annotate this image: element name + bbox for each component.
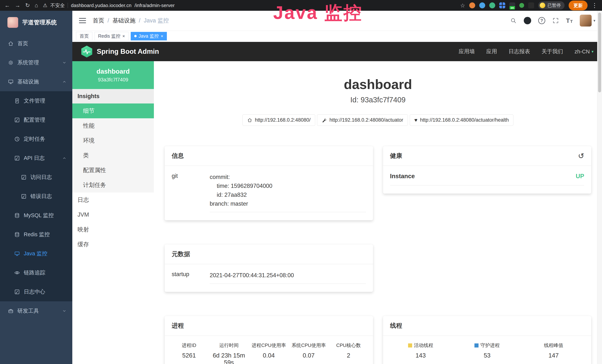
extension-icon[interactable] [528, 2, 534, 8]
sidebar-item-java-monitor[interactable]: Java 监控 [0, 244, 72, 263]
clock-icon [14, 136, 20, 142]
sba-item-details[interactable]: 细节 [72, 104, 154, 118]
caret-down-icon: ▾ [592, 49, 593, 54]
tab-java-monitor[interactable]: Java 监控 × [131, 32, 167, 40]
sba-item-scheduled-tasks[interactable]: 计划任务 [72, 178, 154, 193]
extension-icon[interactable]: on [509, 2, 515, 8]
page-title: dashboard [165, 77, 591, 92]
sba-item-mappings[interactable]: 映射 [72, 222, 154, 237]
info-row-git: git commit: time: 1596289704000 id: 27aa… [172, 173, 366, 212]
sidebar-item-system-management[interactable]: 系统管理 [0, 53, 72, 72]
search-icon[interactable] [510, 17, 517, 24]
chevron-up-icon [62, 156, 67, 161]
sidebar-item-label: API 日志 [24, 154, 58, 162]
extension-icon[interactable] [479, 2, 485, 8]
sba-item-config-props[interactable]: 配置属性 [72, 163, 154, 178]
tab-redis-monitor[interactable]: Redis 监控 × [95, 32, 129, 40]
paused-badge[interactable]: 已暂停 [538, 1, 565, 10]
browser-actions: ☆ on 已暂停 更新 ⋮ [460, 0, 598, 11]
sidebar-item-dev-tools[interactable]: 研发工具 [0, 301, 72, 321]
tab-home[interactable]: 首页 [76, 32, 92, 40]
url-divider [68, 3, 68, 8]
sba-brand-title[interactable]: Spring Boot Admin [97, 48, 159, 55]
sba-item-performance[interactable]: 性能 [72, 118, 154, 133]
sba-nav-about[interactable]: 关于我们 [542, 48, 563, 55]
sidebar-item-label: 基础设施 [17, 78, 58, 86]
breadcrumb-current: Java 监控 [144, 17, 169, 24]
hamburger-icon[interactable] [79, 18, 86, 23]
sidebar-item-file-management[interactable]: 文件管理 [0, 91, 72, 110]
sidebar-item-label: Java 监控 [24, 250, 67, 257]
legend-label: 守护进程 [480, 342, 500, 349]
instance-link-home[interactable]: http://192.168.0.2:48080/ [243, 114, 315, 126]
back-icon[interactable]: ← [4, 3, 10, 8]
sidebar-item-access-logs[interactable]: 访问日志 [0, 168, 72, 187]
sba-item-environment[interactable]: 环境 [72, 133, 154, 148]
extension-icon[interactable] [489, 2, 495, 8]
sba-nav-journal[interactable]: 日志报表 [509, 48, 530, 55]
sidebar-item-mysql-monitor[interactable]: MySQL 监控 [0, 206, 72, 225]
stat-header: CPU核心数 [329, 342, 368, 349]
user-menu[interactable]: ▾ [580, 15, 595, 27]
sidebar-item-config-management[interactable]: 配置管理 [0, 110, 72, 129]
sba-item-jvm[interactable]: JVM [72, 207, 154, 222]
app-logo[interactable]: 芋道管理系统 [0, 11, 72, 34]
scrollbar-thumb[interactable] [598, 13, 601, 92]
extension-on-badge: on [509, 6, 515, 10]
close-icon[interactable]: × [161, 34, 163, 38]
sidebar-item-scheduled-tasks[interactable]: 定时任务 [0, 129, 72, 149]
legend-value: 143 [387, 352, 454, 359]
sidebar-item-label: Redis 监控 [24, 231, 67, 238]
sba-item-caches[interactable]: 缓存 [72, 237, 154, 252]
close-icon[interactable]: × [122, 34, 125, 38]
browser-update-button[interactable]: 更新 [569, 0, 588, 11]
locale-selector[interactable]: zh-CN ▾ [575, 49, 593, 55]
legend-peak-threads: 线程峰值 147 [520, 342, 587, 359]
sidebar-item-label: 定时任务 [24, 135, 67, 143]
address-bar[interactable]: ⚠ 不安全 dashboard.yudao.iocoder.cn/infra/a… [43, 2, 175, 9]
sidebar-item-home[interactable]: 首页 [0, 34, 72, 53]
extension-icon[interactable] [499, 2, 505, 8]
instance-header[interactable]: dashboard 93a3fc7f7409 [72, 61, 154, 89]
sba-nav-applications[interactable]: 应用 [486, 48, 497, 55]
sidebar-item-redis-monitor[interactable]: Redis 监控 [0, 225, 72, 244]
forward-icon[interactable]: → [15, 3, 20, 8]
security-label: 不安全 [50, 2, 65, 9]
reload-icon[interactable]: ↻ [25, 3, 30, 8]
browser-menu-icon[interactable]: ⋮ [592, 2, 598, 9]
text-size-icon[interactable]: T T [566, 17, 573, 24]
bookmark-star-icon[interactable]: ☆ [460, 2, 465, 9]
app-title: 芋道管理系统 [22, 19, 57, 26]
legend-label: 线程峰值 [544, 342, 563, 349]
sidebar-item-infrastructure[interactable]: 基础设施 [0, 72, 72, 91]
sba-item-logs[interactable]: 日志 [72, 193, 154, 207]
github-icon[interactable] [524, 17, 531, 24]
legend-value: 53 [454, 352, 520, 359]
stat-header: 进程CPU使用率 [249, 342, 289, 349]
sidebar-item-label: 首页 [17, 40, 67, 47]
instance-id: 93a3fc7f7409 [98, 77, 128, 83]
sba-item-classes[interactable]: 类 [72, 148, 154, 163]
spring-boot-admin-logo[interactable] [81, 46, 93, 57]
sidebar-item-log-center[interactable]: 日志中心 [0, 282, 72, 301]
breadcrumb-home[interactable]: 首页 [93, 17, 104, 24]
sidebar-item-error-logs[interactable]: 错误日志 [0, 187, 72, 206]
sidebar-item-trace[interactable]: 链路追踪 [0, 263, 72, 282]
sba-nav-links: 应用墙 应用 日志报表 关于我们 zh-CN ▾ [459, 48, 593, 55]
stat-header: 系统CPU使用率 [289, 342, 329, 349]
metadata-row-startup: startup 2021-04-27T00:44:31.254+08:00 [172, 271, 366, 284]
link-url: http://192.168.0.2:48080/ [255, 117, 311, 123]
sidebar-item-api-logs[interactable]: API 日志 [0, 149, 72, 168]
instance-link-actuator[interactable]: http://192.168.0.2:48080/actuator [317, 114, 408, 126]
health-instance-row[interactable]: Instance UP [390, 173, 584, 185]
page: ← → ↻ ⌂ ⚠ 不安全 dashboard.yudao.iocoder.cn… [0, 0, 602, 364]
history-icon[interactable]: ↺ [578, 152, 584, 160]
extension-icon[interactable] [519, 3, 524, 8]
sidebar-item-label: 日志中心 [24, 288, 67, 296]
extension-icon[interactable] [469, 2, 475, 8]
fullscreen-icon[interactable] [552, 17, 559, 24]
sba-nav-wallboard[interactable]: 应用墙 [459, 48, 475, 55]
instance-link-health[interactable]: ♥ http://192.168.0.2:48080/actuator/heal… [410, 114, 514, 126]
help-icon[interactable]: ? [538, 17, 545, 24]
browser-home-icon[interactable]: ⌂ [35, 3, 38, 8]
